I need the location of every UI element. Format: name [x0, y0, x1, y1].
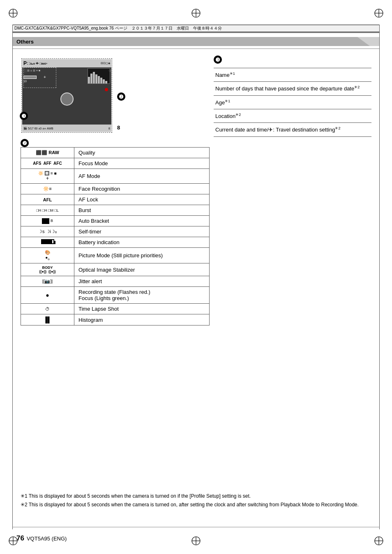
table2-icon-face-recog: 🔆≡: [21, 184, 74, 194]
table2-icon-self-timer: ☽s ☽i☽₂: [21, 226, 74, 237]
reg-mark-tl: [7, 7, 19, 19]
table-row: AFS AFF AFC Focus Mode: [21, 158, 210, 169]
table2-icon-timelapse: ⏱: [21, 304, 74, 314]
section3-row-name: Name✳1: [214, 68, 371, 82]
cam-bottom-right: 8: [108, 127, 110, 130]
table-row: □H □H □M □L Burst: [21, 205, 210, 216]
table2-label-battery: Battery indication: [74, 237, 210, 248]
footnote1: ✳1 This is displayed for about 5 seconds…: [21, 492, 371, 500]
table2-icon-picture-mode: 🎨 ●o: [21, 248, 74, 263]
section3-panel: ❸ Name✳1 Number of days that have passed…: [214, 55, 371, 137]
page-version: VQT5A95 (ENG): [27, 536, 67, 542]
table2-label-jitter: Jitter alert: [74, 276, 210, 287]
header-line-bottom: [12, 32, 380, 33]
cam-bracket-icon: [42, 218, 49, 224]
cam-histogram-box: [88, 68, 110, 84]
table2-icon-record: ●: [21, 287, 74, 304]
content-area: P ⛶⊡◻⊠ ✱ □⊟⊠⊡◈ ⊟⊡◻◈ ⬛⊞ ± ⊞ ≡ ■ ◁ +: [12, 49, 380, 521]
section3-location-text: Location: [215, 113, 235, 119]
table-row: ☽s ☽i☽₂ Self-timer: [21, 226, 210, 237]
footnotes: ✳1 This is displayed for about 5 seconds…: [21, 492, 371, 509]
table2-icon-quality: ⬛⬛ RAW: [21, 148, 74, 158]
badge2-container: ❷: [117, 92, 125, 101]
cam-bottom-wb: AWB: [47, 127, 53, 130]
section3-row-datetime: Current date and time/✈: Travel destinat…: [214, 123, 371, 136]
svg-rect-20: [90, 74, 92, 83]
table2-icon-battery: [21, 237, 74, 248]
table2-ois-icons: ((●)) ((●)): [24, 270, 71, 274]
section3-header: ❸: [214, 55, 371, 64]
table-row: ▐▌ Histogram: [21, 314, 210, 325]
svg-rect-19: [88, 77, 90, 83]
section3-row-days: Number of days that have passed since th…: [214, 82, 371, 95]
table2-label-face-recog: Face Recognition: [74, 184, 210, 194]
table-row: |[📷]| Jitter alert: [21, 276, 210, 287]
section3-datetime-sup: ✳2: [335, 126, 340, 130]
section3-days-text: Number of days that have passed since th…: [215, 86, 354, 92]
table2-ois-label: BODY: [24, 265, 71, 270]
section2-badge: ❷: [21, 139, 29, 147]
cam-mode-p: P: [23, 60, 27, 66]
header-text: DMC-GX7C&GX7K&GX7PPC-VQT5A95_eng.book 76…: [14, 25, 222, 31]
cam-top-right: ⊟⊡◻◈: [101, 62, 110, 65]
table2-label-timelapse: Time Lapse Shot: [74, 304, 210, 314]
camera-screen: P ⛶⊡◻⊠ ✱ □⊟⊠⊡◈ ⊟⊡◻◈ ⬛⊞ ± ⊞ ≡ ■ ◁ +: [22, 59, 111, 132]
table2-body: ⬛⬛ RAW Quality AFS AFF AFC Focus Mode 🔆 …: [21, 148, 210, 325]
left-border: [12, 25, 13, 529]
cam-bottom-exp: ±0: [38, 127, 42, 130]
table2-icon-af-mode: 🔆 🔲 ≡ ■ +: [21, 169, 74, 184]
page-footer: 76 VQT5A95 (ENG): [16, 534, 376, 542]
table2-icon-af-lock: AFL: [21, 194, 74, 205]
section2-header: ❷: [21, 139, 29, 147]
table2-pm-icons: 🎨: [24, 250, 71, 255]
cam-bottom-mode: ±∞: [42, 127, 46, 130]
table-row: B Auto Bracket: [21, 216, 210, 226]
badge2: ❷: [117, 92, 125, 101]
section3-days-sup: ✳2: [354, 85, 360, 89]
table2-label-picture-mode: Picture Mode (Still picture priorities): [74, 248, 210, 263]
reg-mark-tr: [373, 7, 385, 19]
cam-bracket-b: B: [51, 219, 53, 223]
svg-rect-26: [105, 81, 107, 83]
svg-marker-18: [357, 37, 380, 46]
section3-name-sup: ✳1: [230, 72, 235, 76]
badge3-left: ❸: [20, 112, 28, 120]
svg-rect-23: [98, 76, 100, 83]
table2-label-burst: Burst: [74, 205, 210, 216]
section3-row-location: Location✳2: [214, 109, 371, 123]
table2-icon-jitter: |[📷]|: [21, 276, 74, 287]
table-row: ⏱ Time Lapse Shot: [21, 304, 210, 314]
table2-label-self-timer: Self-timer: [74, 226, 210, 237]
page-number: 76: [16, 534, 24, 542]
table-row: ⬛⬛ RAW Quality: [21, 148, 210, 158]
battery-icon: [41, 239, 54, 244]
table-row: 🎨 ●o Picture Mode (Still picture priorit…: [21, 248, 210, 263]
table2-af-plus: +: [24, 175, 71, 181]
table2-label-quality: Quality: [74, 148, 210, 158]
table-row: BODY ((●)) ((●)) Optical Image Stabilize…: [21, 263, 210, 276]
table-row: ● Recording state (Flashes red.) Focus (…: [21, 287, 210, 304]
table2-icon-focus-mode: AFS AFF AFC: [21, 158, 74, 169]
table2-icon-auto-bracket: B: [21, 216, 74, 226]
cam-shutter-circle: [60, 92, 74, 106]
table2-pm-circle: ●o: [24, 255, 71, 261]
section3-datetime-text: Current date and time/✈: Travel destinat…: [215, 127, 335, 133]
table2-label-histogram: Histogram: [74, 314, 210, 325]
badge8-container: 8: [117, 125, 120, 131]
cam-bottom-left: 🎬: [23, 127, 27, 130]
badge8: 8: [117, 125, 120, 131]
table2-icon-histogram: ▐▌: [21, 314, 74, 325]
table2-af-icons: 🔆 🔲 ≡ ■: [24, 171, 71, 175]
badge3-left-container: ❸: [20, 112, 28, 120]
section3-badge: ❸: [214, 55, 222, 64]
table2-label-focus-mode: Focus Mode: [74, 158, 210, 169]
header-bar: DMC-GX7C&GX7K&GX7PPC-VQT5A95_eng.book 76…: [12, 25, 380, 32]
cam-record-dot: [105, 88, 108, 91]
table-row: Battery indication: [21, 237, 210, 248]
table-row: 🔆≡ Face Recognition: [21, 184, 210, 194]
section3-row-age: Age✳1: [214, 96, 371, 109]
battery-fill: [42, 240, 52, 243]
cam-left-level: 10: [23, 76, 37, 83]
reg-mark-tc: [190, 7, 202, 19]
table2-record-text1: Recording state (Flashes red.): [78, 289, 205, 295]
